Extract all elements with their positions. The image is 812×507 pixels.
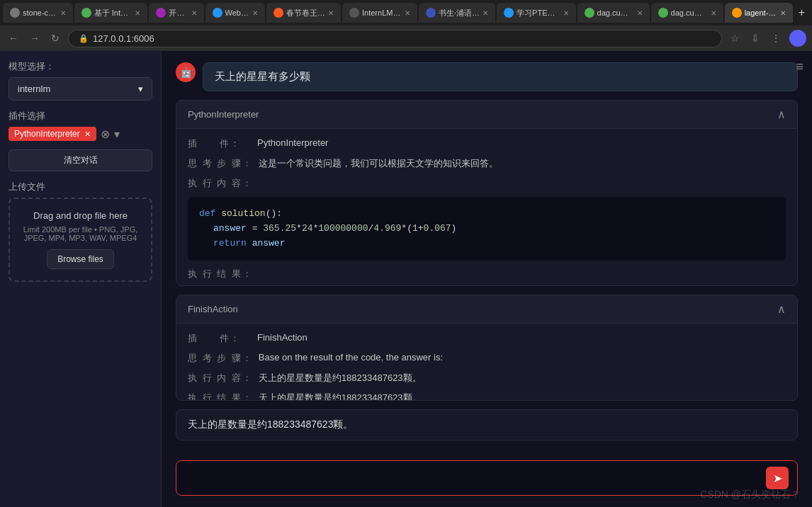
upload-section: 上传文件 Drag and drop file here Limit 200MB… xyxy=(9,180,152,282)
url-text: 127.0.0.1:6006 xyxy=(93,33,154,44)
tab-close-icon[interactable]: ✕ xyxy=(483,9,488,17)
clear-chat-button[interactable]: 清空对话 xyxy=(9,149,152,171)
tab-chunj[interactable]: 春节卷王专... ✕ xyxy=(266,3,341,23)
tool-name-python: PythonInterpreter xyxy=(188,109,259,120)
model-section-label: 模型选择： xyxy=(9,61,55,72)
back-button[interactable]: ← xyxy=(6,31,21,45)
watermark: CSDN @石头变钻石？ xyxy=(700,489,801,501)
result-value-2: 天上的星星数量是约188233487623颗。 xyxy=(259,392,422,401)
thinking-row-2: 思 考 步 骤： Base on the result of the code,… xyxy=(188,352,786,365)
model-value: internlm xyxy=(18,84,50,94)
plugin-row-2: 插 件： FinishAction xyxy=(188,332,786,345)
plugin-remove-icon[interactable]: ✕ xyxy=(84,130,91,139)
tab-xuexipte[interactable]: 学习PTE的A... ✕ xyxy=(497,3,575,23)
plugin-remove-button[interactable]: ⊗ xyxy=(101,127,110,141)
exec-row-2: 执 行 内 容： 天上的星星数量是约188233487623颗。 xyxy=(188,372,786,384)
result-label: 执 行 结 果： xyxy=(188,268,253,280)
new-tab-button[interactable]: + xyxy=(794,6,809,19)
tool-header-python: PythonInterpreter ∧ xyxy=(176,101,797,129)
tab-close-icon[interactable]: ✕ xyxy=(405,9,410,17)
result-label-2: 执 行 结 果： xyxy=(188,392,253,401)
user-avatar: 🤖 xyxy=(176,62,196,82)
exec-label-2: 执 行 内 容： xyxy=(188,372,253,384)
thinking-value: 这是一个常识类问题，我们可以根据天文学的知识来回答。 xyxy=(259,157,498,170)
collapse-python-button[interactable]: ∧ xyxy=(777,108,786,121)
download-button[interactable]: ⇩ xyxy=(748,31,762,45)
plugin-expand-button[interactable]: ▾ xyxy=(114,127,120,141)
user-bubble: 天上的星星有多少颗 xyxy=(203,62,798,91)
tab-webide[interactable]: WebIDE ✕ xyxy=(205,3,265,23)
plugin-section: 插件选择 PythonInterpreter ✕ ⊗ ▾ xyxy=(9,109,152,141)
lock-icon: 🔒 xyxy=(79,34,89,43)
address-bar: ← → ↻ 🔒 127.0.0.1:6006 ☆ ⇩ ⋮ xyxy=(0,25,812,51)
tab-close-icon[interactable]: ✕ xyxy=(780,9,786,17)
chevron-down-icon: ▾ xyxy=(138,84,143,94)
code-block: def solution(): answer = 365.25*24*10000… xyxy=(188,197,786,261)
send-button[interactable]: ➤ xyxy=(766,467,789,489)
upload-title: Drag and drop file here xyxy=(18,210,142,221)
plugin-value: PythonInterpreter xyxy=(257,137,328,148)
url-input[interactable]: 🔒 127.0.0.1:6006 xyxy=(68,30,722,47)
plugin-tag[interactable]: PythonInterpreter ✕ xyxy=(9,127,96,141)
tab-close-icon[interactable]: ✕ xyxy=(191,9,197,17)
user-question-text: 天上的星星有多少颗 xyxy=(215,70,310,82)
exec-value-2: 天上的星星数量是约188233487623颗。 xyxy=(259,372,422,384)
sidebar: 模型选择： internlm ▾ 插件选择 PythonInterpreter … xyxy=(0,51,162,507)
result-row: 执 行 结 果： xyxy=(188,268,786,280)
menu-icon[interactable]: ≡ xyxy=(796,59,803,74)
settings-button[interactable]: ⋮ xyxy=(768,31,784,45)
code-line-1: def solution(): xyxy=(199,207,774,222)
plugin-label: 插 件： xyxy=(188,137,252,150)
tab-dag1[interactable]: dag.cumtb... ✕ xyxy=(577,3,650,23)
result-row-2: 执 行 结 果： 天上的星星数量是约188233487623颗。 xyxy=(188,392,786,401)
tab-lagent-web[interactable]: lagent-web ✕ xyxy=(725,3,793,23)
code-line-3: return answer xyxy=(199,237,774,251)
model-selector[interactable]: internlm ▾ xyxy=(9,77,152,101)
user-message: 🤖 天上的星星有多少颗 xyxy=(176,62,798,91)
collapse-finish-button[interactable]: ∧ xyxy=(777,302,786,316)
exec-label: 执 行 内 容： xyxy=(188,177,253,190)
upload-dropzone[interactable]: Drag and drop file here Limit 200MB per … xyxy=(9,198,152,282)
tab-close-icon[interactable]: ✕ xyxy=(563,9,569,17)
tool-body-finish: 插 件： FinishAction 思 考 步 骤： Base on the r… xyxy=(176,324,797,401)
thinking-label-2: 思 考 步 骤： xyxy=(188,352,253,365)
tab-intern[interactable]: 基于 Intern... ✕ xyxy=(74,3,148,23)
tab-stone-cloud[interactable]: stone-cloud ✕ xyxy=(3,3,73,23)
tab-close-icon[interactable]: ✕ xyxy=(60,9,66,17)
app-layout: 模型选择： internlm ▾ 插件选择 PythonInterpreter … xyxy=(0,51,812,507)
tab-dag2[interactable]: dag.cumtb... ✕ xyxy=(651,3,723,23)
upload-section-label: 上传文件 xyxy=(9,181,45,192)
chat-area: 🤖 天上的星星有多少颗 PythonInterpreter ∧ 插 件： Pyt… xyxy=(162,51,812,452)
main-content: ≡ 🤖 天上的星星有多少颗 PythonInterpreter ∧ 插 件： xyxy=(162,51,812,507)
tab-shusheng[interactable]: 书生·浦语大... ✕ xyxy=(419,3,495,23)
final-answer-text: 天上的星数量是约188233487623颗。 xyxy=(188,418,353,430)
tab-close-icon[interactable]: ✕ xyxy=(328,9,334,17)
profile-avatar[interactable] xyxy=(789,30,806,47)
code-line-2: answer = 365.25*24*100000000/4.969*(1+0.… xyxy=(199,222,774,237)
tool-name-finish: FinishAction xyxy=(188,304,238,314)
chat-input[interactable] xyxy=(185,472,760,484)
final-answer: 天上的星数量是约188233487623颗。 xyxy=(176,409,798,440)
exec-content-row: 执 行 内 容： xyxy=(188,177,786,190)
tool-block-finish: FinishAction ∧ 插 件： FinishAction 思 考 步 骤… xyxy=(176,295,798,401)
upload-limit: Limit 200MB per file • PNG, JPG, JPEG, M… xyxy=(18,225,142,242)
thinking-value-2: Base on the result of the code, the answ… xyxy=(259,352,443,363)
tab-internlm[interactable]: InternLM/tu... ✕ xyxy=(342,3,417,23)
plugin-value-2: FinishAction xyxy=(257,332,308,343)
tab-close-icon[interactable]: ✕ xyxy=(135,9,140,17)
forward-button[interactable]: → xyxy=(27,31,43,45)
thinking-row: 思 考 步 骤： 这是一个常识类问题，我们可以根据天文学的知识来回答。 xyxy=(188,157,786,170)
refresh-button[interactable]: ↻ xyxy=(48,31,62,45)
tab-devmachine[interactable]: 开发机 ✕ xyxy=(149,3,203,23)
tool-header-finish: FinishAction ∧ xyxy=(176,295,797,324)
tool-block-python: PythonInterpreter ∧ 插 件： PythonInterpret… xyxy=(176,100,798,286)
tab-close-icon[interactable]: ✕ xyxy=(252,9,258,17)
plugin-label-2: 插 件： xyxy=(188,332,252,345)
plugin-tag-label: PythonInterpreter xyxy=(14,129,80,139)
tab-close-icon[interactable]: ✕ xyxy=(637,9,643,17)
tab-close-icon[interactable]: ✕ xyxy=(711,9,716,17)
thinking-label: 思 考 步 骤： xyxy=(188,157,253,170)
bookmark-button[interactable]: ☆ xyxy=(728,31,743,45)
browse-files-button[interactable]: Browse files xyxy=(47,249,114,269)
tab-bar: stone-cloud ✕ 基于 Intern... ✕ 开发机 ✕ WebID… xyxy=(0,0,812,25)
